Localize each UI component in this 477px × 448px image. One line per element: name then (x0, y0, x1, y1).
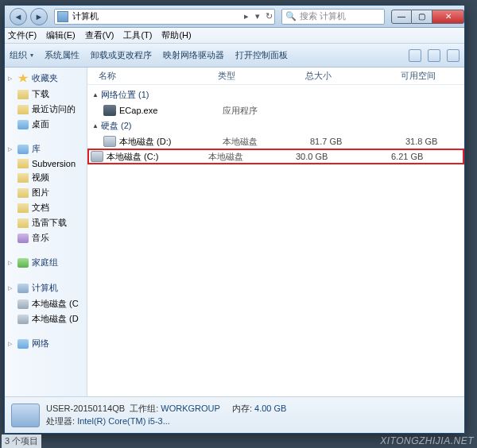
picture-icon (17, 188, 29, 198)
computer-icon (57, 11, 68, 22)
computer-name: USER-20150114QB (46, 404, 125, 413)
drive-icon (103, 136, 116, 147)
folder-icon (17, 105, 29, 114)
list-item[interactable]: ECap.exe 应用程序 (87, 103, 464, 118)
nav-item-desktop[interactable]: 桌面 (5, 117, 87, 132)
list-item[interactable]: 本地磁盘 (D:) 本地磁盘 81.7 GB 31.8 GB (87, 134, 464, 149)
video-icon (17, 173, 29, 183)
details-pane: USER-20150114QB 工作组: WORKGROUP 内存: 4.00 … (5, 396, 464, 433)
app-icon (103, 105, 116, 116)
computer-icon (17, 284, 29, 293)
toolbar-organize[interactable]: 组织 (10, 49, 33, 61)
col-total[interactable]: 总大小 (305, 70, 401, 82)
drive-icon (17, 315, 29, 324)
search-placeholder: 搜索 计算机 (300, 10, 346, 22)
menu-tools[interactable]: 工具(T) (123, 29, 152, 41)
group-network-location[interactable]: ▲网络位置 (1) (87, 87, 464, 103)
toolbar-system-properties[interactable]: 系统属性 (45, 49, 80, 61)
nav-item-documents[interactable]: 文档 (5, 200, 87, 215)
nav-forward-button[interactable]: ► (30, 8, 48, 25)
drive-icon (17, 299, 29, 309)
minimize-button[interactable]: — (391, 10, 412, 24)
column-headers: 名称 类型 总大小 可用空间 (87, 68, 464, 85)
toolbar: 组织 系统属性 卸载或更改程序 映射网络驱动器 打开控制面板 (5, 44, 464, 68)
titlebar: ◄ ► 计算机 ▸ ▾ ↻ 🔍 搜索 计算机 — ▢ ✕ (5, 6, 464, 28)
library-icon (17, 145, 29, 154)
cpu-value: Intel(R) Core(TM) i5-3... (77, 416, 170, 426)
drive-icon (91, 151, 103, 162)
toolbar-map-network-drive[interactable]: 映射网络驱动器 (163, 49, 224, 61)
address-text: 计算机 (71, 10, 241, 22)
col-type[interactable]: 类型 (218, 70, 305, 82)
file-list: ▲网络位置 (1) ECap.exe 应用程序 ▲硬盘 (2) 本地磁盘 (D:… (87, 85, 464, 396)
close-button[interactable]: ✕ (432, 10, 464, 24)
folder-icon (17, 90, 29, 99)
maximize-button[interactable]: ▢ (412, 10, 432, 24)
nav-favorites[interactable]: ▷收藏夹 (5, 68, 87, 87)
nav-item-pictures[interactable]: 图片 (5, 185, 87, 200)
nav-item-downloads[interactable]: 下载 (5, 87, 87, 102)
search-icon: 🔍 (285, 11, 297, 21)
nav-item-subversion[interactable]: Subversion (5, 157, 87, 170)
nav-back-button[interactable]: ◄ (10, 8, 27, 25)
network-icon (17, 339, 29, 349)
toolbar-control-panel[interactable]: 打开控制面板 (235, 49, 288, 61)
body-split: ▷收藏夹 下载 最近访问的 桌面 ▷库 Subversion 视频 图片 文档 … (5, 68, 464, 396)
nav-libraries[interactable]: ▷库 (5, 138, 87, 157)
menu-help[interactable]: 帮助(H) (161, 29, 191, 41)
group-hard-disks[interactable]: ▲硬盘 (2) (87, 118, 464, 134)
col-free[interactable]: 可用空间 (401, 70, 464, 82)
workgroup-label: 工作组: (130, 404, 158, 413)
footer-info: USER-20150114QB 工作组: WORKGROUP 内存: 4.00 … (46, 403, 286, 427)
homegroup-icon (17, 258, 29, 268)
desktop-icon (17, 120, 29, 129)
toolbar-uninstall-programs[interactable]: 卸载或更改程序 (91, 49, 152, 61)
address-bar[interactable]: 计算机 ▸ ▾ ↻ (54, 9, 275, 25)
content-pane: 名称 类型 总大小 可用空间 ▲网络位置 (1) ECap.exe 应用程序 ▲… (87, 68, 464, 396)
address-dropdown[interactable]: ▾ (252, 11, 263, 21)
menu-view[interactable]: 查看(V) (85, 29, 114, 41)
music-icon (17, 234, 29, 243)
cpu-label: 处理器: (46, 416, 75, 426)
document-icon (17, 203, 29, 213)
nav-homegroup[interactable]: ▷家庭组 (5, 252, 87, 271)
toolbar-help-icon[interactable] (447, 49, 460, 62)
menu-file[interactable]: 文件(F) (8, 29, 37, 41)
toolbar-preview-icon[interactable] (428, 49, 440, 62)
search-input[interactable]: 🔍 搜索 计算机 (281, 9, 385, 25)
memory-value: 4.00 GB (254, 404, 286, 413)
explorer-window: ◄ ► 计算机 ▸ ▾ ↻ 🔍 搜索 计算机 — ▢ ✕ 文件(F) 编辑(E)… (4, 5, 465, 434)
refresh-button[interactable]: ↻ (263, 11, 274, 21)
folder-icon (17, 218, 29, 228)
col-name[interactable]: 名称 (99, 70, 218, 82)
menubar: 文件(F) 编辑(E) 查看(V) 工具(T) 帮助(H) (5, 28, 464, 44)
folder-icon (17, 159, 29, 168)
status-bar: 3 个项目 (2, 434, 41, 448)
workgroup-value: WORKGROUP (161, 404, 219, 413)
toolbar-view-icon[interactable] (409, 49, 421, 62)
nav-item-drive-d[interactable]: 本地磁盘 (D (5, 311, 87, 326)
nav-network[interactable]: ▷网络 (5, 333, 87, 352)
window-controls: — ▢ ✕ (391, 10, 464, 24)
nav-item-videos[interactable]: 视频 (5, 170, 87, 185)
computer-large-icon (11, 404, 40, 427)
breadcrumb-sep[interactable]: ▸ (241, 11, 252, 21)
nav-item-drive-c[interactable]: 本地磁盘 (C (5, 296, 87, 311)
star-icon (17, 74, 29, 83)
navigation-pane: ▷收藏夹 下载 最近访问的 桌面 ▷库 Subversion 视频 图片 文档 … (5, 68, 87, 396)
menu-edit[interactable]: 编辑(E) (46, 29, 76, 41)
list-item-highlighted[interactable]: 本地磁盘 (C:) 本地磁盘 30.0 GB 6.21 GB (87, 149, 464, 164)
watermark: XITONGZHIJIA.NET (380, 435, 474, 446)
nav-item-thunder[interactable]: 迅雷下载 (5, 215, 87, 230)
memory-label: 内存: (232, 404, 252, 413)
nav-item-music[interactable]: 音乐 (5, 230, 87, 245)
nav-item-recent[interactable]: 最近访问的 (5, 102, 87, 117)
nav-computer[interactable]: ▷计算机 (5, 277, 87, 296)
